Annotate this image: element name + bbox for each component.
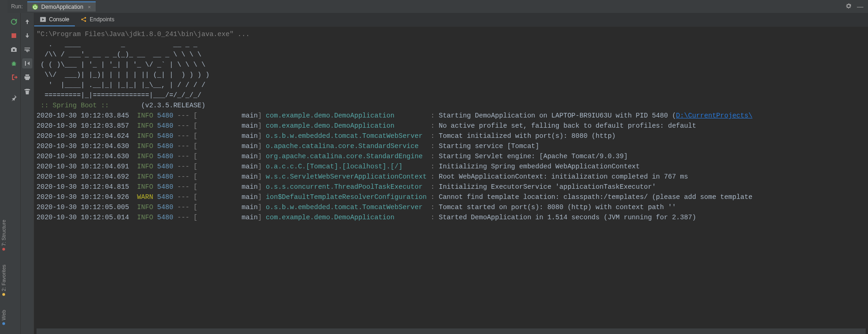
soft-wrap-button[interactable] bbox=[22, 44, 32, 55]
debug-bug-button[interactable] bbox=[9, 58, 19, 68]
rail-favorites[interactable]: 2: Favorites bbox=[1, 265, 6, 296]
tab-console-label: Console bbox=[49, 16, 69, 23]
tab-console[interactable]: Console bbox=[34, 13, 75, 26]
console-output[interactable]: "C:\Program Files\Java\jdk1.8.0_241\bin\… bbox=[34, 27, 868, 328]
svg-point-2 bbox=[13, 49, 15, 51]
run-header: Run: DemoApplication × — bbox=[7, 0, 868, 13]
tool-window-rail: 7: Structure 2: Favorites Web bbox=[0, 0, 8, 334]
trash-clear-button[interactable] bbox=[22, 86, 32, 96]
pin-button[interactable] bbox=[9, 93, 19, 103]
endpoints-icon bbox=[80, 16, 87, 23]
print-button[interactable] bbox=[22, 72, 32, 82]
rail-structure[interactable]: 7: Structure bbox=[1, 220, 6, 251]
svg-point-6 bbox=[85, 17, 86, 19]
gear-icon[interactable] bbox=[845, 2, 852, 11]
run-content: Console Endpoints "C:\Program Files\Java… bbox=[34, 13, 868, 334]
content-tabs: Console Endpoints bbox=[34, 13, 868, 27]
run-actions-column bbox=[7, 13, 21, 334]
run-config-name: DemoApplication bbox=[41, 4, 83, 10]
exit-button[interactable] bbox=[9, 72, 19, 82]
rail-favorites-label: 2: Favorites bbox=[1, 265, 6, 291]
hide-panel-icon[interactable]: — bbox=[857, 3, 863, 10]
run-label: Run: bbox=[11, 3, 23, 10]
rail-web-label: Web bbox=[1, 310, 6, 320]
console-play-icon bbox=[40, 16, 46, 23]
console-actions-column bbox=[21, 13, 34, 334]
camera-dump-button[interactable] bbox=[9, 44, 19, 55]
run-config-tab[interactable]: DemoApplication × bbox=[27, 1, 95, 12]
rail-structure-label: 7: Structure bbox=[1, 220, 6, 246]
svg-point-7 bbox=[85, 20, 86, 22]
tab-endpoints-label: Endpoints bbox=[90, 16, 114, 23]
close-run-tab-icon[interactable]: × bbox=[88, 4, 91, 10]
stop-button[interactable] bbox=[9, 31, 19, 41]
rail-web[interactable]: Web bbox=[1, 310, 6, 325]
scroll-down-button[interactable] bbox=[22, 31, 32, 41]
scroll-up-button[interactable] bbox=[22, 17, 32, 27]
spring-boot-icon bbox=[32, 4, 38, 10]
file-path-link[interactable]: D:\CurrentProjects\ bbox=[676, 112, 752, 119]
tab-endpoints[interactable]: Endpoints bbox=[75, 13, 120, 26]
rerun-button[interactable] bbox=[9, 17, 19, 27]
svg-rect-1 bbox=[12, 33, 16, 38]
scroll-to-end-button[interactable] bbox=[22, 58, 32, 68]
horizontal-scrollbar[interactable] bbox=[37, 328, 866, 334]
